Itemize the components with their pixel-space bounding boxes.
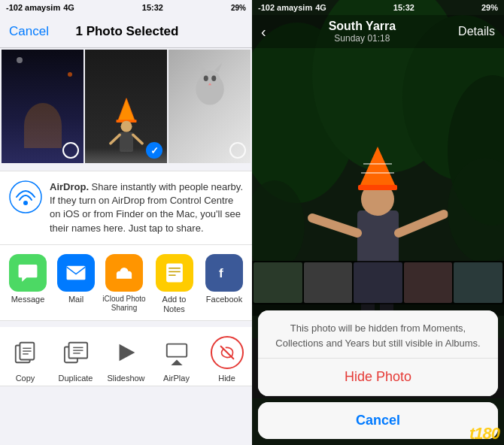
- icloud-photos-label: iCloud PhotoSharing: [102, 295, 145, 313]
- left-panel: -102 amaysim 4G 15:32 29% Cancel 1 Photo…: [0, 0, 252, 445]
- hide-photo-dialog: This photo will be hidden from Moments, …: [252, 261, 504, 445]
- dialog-cancel-box: Cancel: [258, 402, 498, 439]
- share-notes[interactable]: Add to Notes: [150, 254, 198, 314]
- filmstrip-thumb-1[interactable]: [254, 262, 302, 303]
- left-status-bar: -102 amaysim 4G 15:32 29%: [0, 0, 252, 15]
- right-time: 15:32: [393, 3, 414, 12]
- page-title: 1 Photo Selected: [75, 24, 178, 39]
- select-circle-3[interactable]: [229, 142, 246, 159]
- svg-rect-15: [67, 265, 86, 280]
- dialog-cancel-button[interactable]: Cancel: [258, 402, 498, 439]
- svg-marker-0: [117, 98, 135, 121]
- svg-point-2: [120, 121, 132, 132]
- message-icon: [9, 254, 47, 292]
- svg-point-13: [10, 181, 41, 213]
- facebook-label: Facebook: [206, 295, 242, 304]
- svg-line-4: [111, 135, 120, 144]
- left-network: 4G: [63, 3, 74, 12]
- hide-dialog-message: This photo will be hidden from Moments, …: [258, 310, 498, 359]
- hide-icon: [209, 335, 245, 371]
- filmstrip-thumb-5[interactable]: [454, 262, 502, 303]
- hide-photo-button[interactable]: Hide Photo: [258, 359, 498, 396]
- left-status-left: -102 amaysim 4G: [6, 3, 74, 12]
- svg-rect-36: [166, 344, 186, 357]
- share-row: Message Mail iCloud PhotoSharing: [0, 245, 252, 321]
- svg-line-5: [133, 135, 142, 144]
- share-mail[interactable]: Mail: [54, 254, 98, 314]
- slideshow-label: Slideshow: [107, 374, 144, 383]
- svg-rect-51: [358, 185, 397, 190]
- right-nav: ‹ South Yarra Sunday 01:18 Details: [252, 15, 504, 48]
- svg-text:f: f: [219, 266, 223, 280]
- filmstrip-thumb-3[interactable]: [354, 262, 402, 303]
- hide-label: Hide: [218, 374, 235, 383]
- message-label: Message: [11, 295, 45, 304]
- slideshow-icon: [108, 335, 144, 371]
- action-row: Copy Duplicate Slideshow: [0, 327, 252, 386]
- svg-marker-37: [171, 360, 182, 366]
- action-slideshow[interactable]: Slideshow: [104, 335, 149, 383]
- svg-point-7: [199, 71, 220, 89]
- filmstrip-thumb-4[interactable]: [404, 262, 453, 303]
- airdrop-section: AirDrop. Share instantly with people nea…: [0, 171, 252, 245]
- airplay-label: AirPlay: [163, 374, 190, 383]
- action-duplicate[interactable]: Duplicate: [53, 335, 99, 383]
- cancel-button[interactable]: Cancel: [9, 24, 49, 39]
- share-message[interactable]: Message: [6, 254, 50, 314]
- left-status-right: 29%: [231, 4, 246, 12]
- back-button[interactable]: ‹: [261, 23, 266, 41]
- airdrop-description: AirDrop. Share instantly with people nea…: [50, 180, 243, 235]
- photo-thumb-1[interactable]: [2, 50, 83, 163]
- notes-label: Add to Notes: [150, 295, 198, 314]
- left-carrier: -102 amaysim: [6, 3, 60, 12]
- duplicate-label: Duplicate: [59, 374, 93, 383]
- facebook-icon: f: [205, 254, 243, 292]
- photo-grid: [0, 48, 252, 165]
- location-subtitle: Sunday 01:18: [329, 33, 396, 44]
- details-button[interactable]: Details: [458, 25, 495, 38]
- photo-thumb-3[interactable]: [169, 50, 250, 163]
- mail-icon: [57, 254, 95, 292]
- right-carrier: -102 amaysim: [258, 3, 312, 12]
- svg-point-10: [203, 76, 208, 82]
- airdrop-heading: AirDrop.: [50, 181, 89, 192]
- svg-point-14: [23, 201, 28, 205]
- watermark: t180: [469, 424, 499, 443]
- right-network: 4G: [315, 3, 326, 12]
- nav-center: South Yarra Sunday 01:18: [329, 20, 396, 44]
- svg-rect-20: [166, 263, 183, 282]
- photo-thumb-2[interactable]: [85, 50, 167, 163]
- action-copy[interactable]: Copy: [3, 335, 48, 383]
- notes-icon: [156, 254, 193, 292]
- share-icloud-photos[interactable]: iCloud PhotoSharing: [102, 254, 146, 314]
- action-airplay[interactable]: AirPlay: [154, 335, 199, 383]
- right-status-bar: -102 amaysim 4G 15:32 29%: [252, 0, 504, 15]
- right-status-right: 29%: [481, 3, 498, 12]
- duplicate-icon: [58, 335, 94, 371]
- left-time: 15:32: [142, 3, 163, 12]
- share-facebook[interactable]: f Facebook: [202, 254, 246, 314]
- action-hide[interactable]: Hide: [205, 335, 250, 383]
- svg-marker-35: [119, 344, 135, 362]
- svg-rect-19: [117, 274, 132, 278]
- right-panel: -102 amaysim 4G 15:32 29% ‹ South Yarra …: [252, 0, 504, 445]
- icloud-photos-icon: [105, 254, 143, 292]
- hide-dialog-box: This photo will be hidden from Moments, …: [258, 310, 498, 396]
- left-battery: 29%: [231, 4, 246, 12]
- photo-filmstrip: [252, 261, 504, 304]
- mail-label: Mail: [68, 295, 83, 304]
- airplay-icon: [159, 335, 195, 371]
- filmstrip-thumb-2[interactable]: [304, 262, 353, 303]
- airdrop-icon: [9, 180, 42, 213]
- svg-point-11: [211, 76, 216, 82]
- right-status-left: -102 amaysim 4G: [258, 3, 326, 12]
- right-battery: 29%: [481, 3, 498, 12]
- copy-icon: [8, 335, 44, 371]
- copy-label: Copy: [16, 374, 35, 383]
- left-nav: Cancel 1 Photo Selected: [0, 15, 252, 48]
- location-title: South Yarra: [329, 20, 396, 33]
- select-circle-1[interactable]: [62, 142, 79, 159]
- svg-marker-9: [214, 62, 223, 72]
- svg-marker-8: [197, 62, 205, 72]
- select-circle-2[interactable]: [146, 142, 162, 159]
